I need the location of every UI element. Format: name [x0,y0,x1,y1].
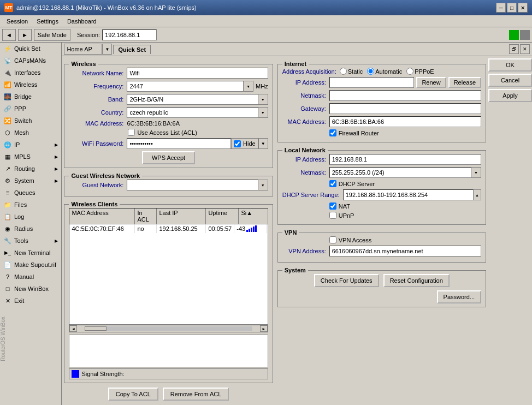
country-input[interactable] [127,107,258,118]
radio-pppoe-input[interactable] [406,68,413,75]
sidebar-item-mpls[interactable]: ▦ MPLS ▶ [0,151,61,163]
internet-ip-input[interactable] [329,77,415,88]
session-input[interactable] [102,29,157,40]
sidebar-item-wireless[interactable]: 📶 Wireless [0,79,61,91]
sidebar-item-manual[interactable]: ? Manual [0,271,61,283]
network-name-input[interactable] [127,68,268,79]
table-scrollbar[interactable]: ◄ ► [69,325,268,332]
wireless-section: Wireless Network Name: Frequency: [64,64,273,168]
minimize-button[interactable]: ─ [496,3,506,13]
radio-automatic-input[interactable] [367,68,374,75]
internet-mac-input[interactable] [329,116,481,127]
renew-button[interactable]: Renew [416,77,446,88]
sidebar-item-tools[interactable]: 🔧 Tools ▶ [0,235,61,247]
upnp-checkbox[interactable] [329,212,336,219]
profile-dropdown-arrow[interactable]: ▼ [102,44,112,55]
sidebar-item-interfaces[interactable]: 🔌 Interfaces [0,67,61,79]
band-input[interactable] [127,94,258,105]
hide-checkbox[interactable] [234,140,241,147]
profile-dropdown[interactable] [64,44,102,55]
cancel-button[interactable]: Cancel [488,74,532,87]
wifi-password-input[interactable] [127,138,231,149]
netmask-dropdown-btn[interactable]: ▼ [471,167,481,178]
sidebar-item-ip[interactable]: 🌐 IP ▶ [0,139,61,151]
radio-static-input[interactable] [340,68,347,75]
copy-to-acl-button[interactable]: Copy To ACL [108,388,158,401]
sidebar-item-mesh[interactable]: ⬡ Mesh [0,127,61,139]
scroll-right-btn[interactable]: ► [260,325,268,332]
ok-button[interactable]: OK [488,58,532,72]
wps-accept-button[interactable]: WPS Accept [142,151,195,164]
nat-label: NAT [339,203,350,210]
radio-automatic[interactable]: Automatic [367,68,402,75]
internet-netmask-input[interactable] [329,90,481,101]
sidebar-item-capsman[interactable]: 📡 CAPsMANs [0,55,61,67]
scrollbar-thumb[interactable] [85,326,107,331]
close-button[interactable]: ✕ [518,3,528,13]
sidebar-item-quick-set[interactable]: ⚡ Quick Set [0,43,61,55]
sidebar-item-bridge[interactable]: 🌉 Bridge [0,91,61,103]
hide-button[interactable]: Hide [231,138,258,149]
radio-static[interactable]: Static [340,68,363,75]
menu-settings[interactable]: Settings [32,17,63,26]
band-dropdown-btn[interactable]: ▼ [258,94,268,105]
country-dropdown-btn[interactable]: ▼ [258,107,268,118]
sidebar-item-routing[interactable]: ↗ Routing ▶ [0,163,61,175]
radio-pppoe[interactable]: PPPoE [406,68,434,75]
vpn-address-input[interactable] [329,246,481,257]
use-acl-checkbox[interactable] [128,129,135,136]
local-netmask-input[interactable] [329,167,471,178]
check-updates-button[interactable]: Check For Updates [314,274,379,287]
sidebar-item-log[interactable]: 📋 Log [0,211,61,223]
sidebar-label-routing: Routing [14,165,35,172]
local-ip-input[interactable] [329,154,481,165]
guest-network-dropdown-btn[interactable]: ▼ [258,180,268,190]
maximize-button[interactable]: □ [507,3,517,13]
tab-restore-btn[interactable]: 🗗 [509,44,519,54]
radius-icon: ◉ [3,224,12,233]
winbox-icon: □ [3,284,12,293]
dhcp-server-checkbox[interactable] [329,180,336,187]
firewall-router-checkbox[interactable] [329,129,336,136]
scroll-left-btn[interactable]: ◄ [69,325,77,332]
client-signal: -43 [234,224,267,233]
menu-dashboard[interactable]: Dashboard [63,17,101,26]
vpn-access-checkbox[interactable] [329,236,336,243]
sidebar-item-exit[interactable]: ✕ Exit [0,295,61,307]
sidebar-item-ppp[interactable]: 🔗 PPP [0,103,61,115]
menu-session[interactable]: Session [2,17,32,26]
dhcp-range-input[interactable] [343,189,474,200]
nat-checkbox[interactable] [329,202,336,210]
release-button[interactable]: Release [448,77,481,88]
remove-from-acl-button[interactable]: Remove From ACL [163,388,229,401]
gateway-input[interactable] [329,103,481,114]
sidebar-item-make-supout[interactable]: 📄 Make Supout.rif [0,259,61,271]
clients-table: MAC Address In ACL Last IP Uptime Si▲ 4C… [69,208,268,325]
client-row[interactable]: 4C:5E:0C:70:EF:46 no 192.168.50.25 00:05… [69,224,267,233]
quickset-tab[interactable]: Quick Set [113,45,151,54]
connection-indicator-gray [520,30,530,40]
apply-button[interactable]: Apply [488,89,532,102]
frequency-dropdown-btn[interactable]: ▼ [244,81,253,92]
password-button[interactable]: Password... [437,290,481,303]
band-label: Band: [69,96,123,103]
sidebar-item-new-winbox[interactable]: □ New WinBox [0,283,61,295]
sidebar-item-switch[interactable]: 🔀 Switch [0,115,61,127]
password-expand-btn[interactable]: ▼ [258,138,268,149]
sidebar-item-radius[interactable]: ◉ Radius [0,223,61,235]
safe-mode-button[interactable]: Safe Mode [34,29,70,41]
forward-button[interactable]: ► [18,29,32,41]
sidebar-item-system[interactable]: ⚙ System ▶ [0,175,61,187]
client-uptime: 00:05:57 [206,224,234,233]
sidebar-label-capsman: CAPsMANs [14,57,46,64]
dhcp-range-btn[interactable]: ▲ [474,189,481,200]
sidebar-item-files[interactable]: 📁 Files [0,199,61,211]
sidebar-item-queues[interactable]: ≡ Queues [0,187,61,199]
guest-network-input[interactable] [127,180,258,190]
tab-close-btn[interactable]: ✕ [520,44,530,54]
frequency-input[interactable] [127,81,244,92]
sidebar-item-new-terminal[interactable]: ▶_ New Terminal [0,247,61,259]
back-button[interactable]: ◄ [2,29,16,41]
wireless-mac-label: MAC Address: [69,120,123,127]
reset-config-button[interactable]: Reset Configuration [383,274,450,287]
